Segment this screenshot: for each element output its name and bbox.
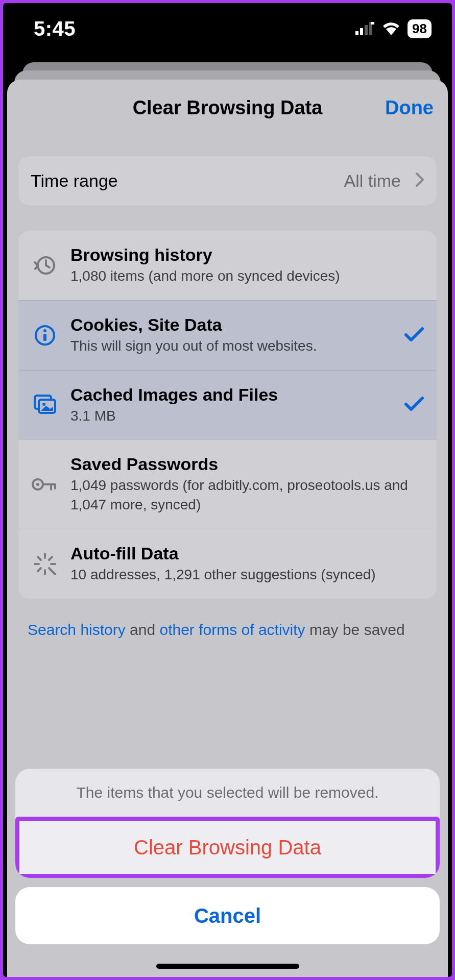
key-icon <box>31 476 59 493</box>
svg-line-20 <box>49 568 55 574</box>
svg-rect-1 <box>360 28 363 35</box>
svg-rect-0 <box>355 31 358 35</box>
modal-sheet: Clear Browsing Data Done Time range All … <box>7 80 448 977</box>
item-cached[interactable]: Cached Images and Files 3.1 MB <box>18 370 437 440</box>
svg-point-12 <box>42 403 45 406</box>
images-icon <box>31 394 59 416</box>
battery-indicator: 98 <box>408 19 432 38</box>
item-title: Cached Images and Files <box>70 385 393 405</box>
page-title: Clear Browsing Data <box>133 97 323 119</box>
battery-level: 98 <box>412 21 427 37</box>
chevron-right-icon <box>415 172 424 189</box>
item-browsing-history[interactable]: Browsing history 1,080 items (and more o… <box>18 231 437 300</box>
wand-icon <box>31 552 59 576</box>
item-cookies[interactable]: Cookies, Site Data This will sign you ou… <box>18 300 437 370</box>
info-icon <box>31 324 59 347</box>
cellular-icon <box>355 22 375 35</box>
footer-text: Search history and other forms of activi… <box>18 599 437 641</box>
svg-point-8 <box>43 329 46 332</box>
item-subtitle: 1,080 items (and more on synced devices) <box>70 266 424 286</box>
data-types-group: Browsing history 1,080 items (and more o… <box>18 231 437 599</box>
checkmark-icon <box>404 395 424 414</box>
highlight-frame: Clear Browsing Data <box>15 817 440 878</box>
item-subtitle: This will sign you out of most websites. <box>70 336 393 356</box>
item-title: Browsing history <box>70 245 424 265</box>
cancel-button[interactable]: Cancel <box>15 887 440 944</box>
time-range-label: Time range <box>31 171 333 191</box>
item-subtitle: 10 addresses, 1,291 other suggestions (s… <box>70 565 424 584</box>
clear-browsing-data-button[interactable]: Clear Browsing Data <box>19 821 436 874</box>
item-subtitle: 1,049 passwords (for adbitly.com, proseo… <box>70 476 424 514</box>
svg-line-19 <box>38 557 41 560</box>
done-button[interactable]: Done <box>385 97 434 119</box>
svg-point-14 <box>36 483 39 486</box>
item-title: Auto-fill Data <box>70 544 424 564</box>
svg-rect-9 <box>43 334 46 341</box>
svg-rect-4 <box>371 22 374 24</box>
status-time: 5:45 <box>34 17 76 40</box>
sheet-header: Clear Browsing Data Done <box>7 80 448 136</box>
wifi-icon <box>382 22 400 35</box>
item-title: Cookies, Site Data <box>70 315 393 335</box>
home-indicator[interactable] <box>156 964 299 969</box>
history-icon <box>31 254 59 277</box>
action-sheet-message: The items that you selected will be remo… <box>15 769 440 817</box>
time-range-value: All time <box>344 171 401 191</box>
search-history-link[interactable]: Search history <box>28 621 126 638</box>
item-passwords[interactable]: Saved Passwords 1,049 passwords (for adb… <box>18 439 437 529</box>
checkmark-icon <box>404 326 424 345</box>
action-sheet: The items that you selected will be remo… <box>15 769 440 944</box>
item-autofill[interactable]: Auto-fill Data 10 addresses, 1,291 other… <box>18 529 437 599</box>
time-range-group: Time range All time <box>18 156 437 205</box>
svg-line-22 <box>38 568 41 571</box>
status-bar: 5:45 98 <box>3 3 452 59</box>
time-range-row[interactable]: Time range All time <box>18 156 437 205</box>
item-subtitle: 3.1 MB <box>70 406 393 426</box>
svg-rect-2 <box>365 25 368 35</box>
action-sheet-group: The items that you selected will be remo… <box>15 769 440 878</box>
item-title: Saved Passwords <box>70 454 424 474</box>
other-activity-link[interactable]: other forms of activity <box>159 621 305 638</box>
svg-line-21 <box>49 557 52 560</box>
svg-rect-11 <box>39 400 55 413</box>
status-indicators: 98 <box>355 19 432 38</box>
